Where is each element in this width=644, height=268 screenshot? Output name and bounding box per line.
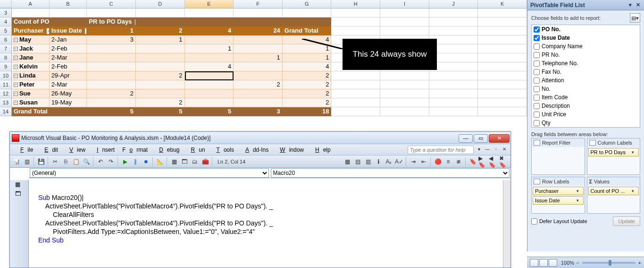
cell[interactable]: 2 — [283, 80, 332, 89]
cell[interactable] — [331, 80, 380, 89]
cell[interactable] — [234, 89, 283, 98]
bookmark-icon[interactable]: 🔖 — [468, 157, 477, 166]
field-checkbox[interactable] — [534, 78, 540, 84]
cell[interactable] — [87, 53, 136, 62]
cell[interactable] — [331, 71, 380, 80]
zoom-in-icon[interactable]: + — [638, 260, 641, 266]
cell[interactable] — [234, 35, 283, 44]
cell[interactable] — [283, 9, 332, 17]
cell[interactable]: 2-Feb — [50, 62, 87, 71]
vbe-titlebar[interactable]: Microsoft Visual Basic - PO Monitoring &… — [10, 132, 510, 144]
row-header[interactable]: 8 — [0, 53, 12, 62]
properties-icon[interactable]: 🗔 — [180, 157, 189, 166]
field-checkbox[interactable] — [534, 26, 540, 33]
cell[interactable]: 2 — [283, 71, 332, 80]
cell[interactable] — [380, 71, 429, 80]
field-checkbox[interactable] — [534, 86, 540, 92]
help-search-input[interactable] — [408, 146, 474, 154]
cell[interactable]: Purchaser — [12, 26, 50, 35]
cell[interactable] — [429, 17, 478, 26]
reset-icon[interactable]: ■ — [141, 157, 151, 166]
cell[interactable]: 2 — [136, 26, 185, 35]
field-item[interactable]: Telephone No. — [532, 59, 640, 68]
zone-field-chip[interactable]: Count of PO ...▾ — [588, 187, 639, 195]
cell[interactable] — [185, 80, 234, 89]
cell[interactable] — [331, 89, 380, 98]
field-item[interactable]: Attention — [532, 76, 640, 85]
cell[interactable] — [136, 62, 185, 71]
select-all-corner[interactable] — [0, 0, 12, 8]
collapse-icon[interactable]: − — [14, 47, 18, 51]
cell[interactable] — [185, 98, 234, 107]
col-header-f[interactable]: F — [234, 0, 283, 8]
field-item[interactable]: Issue Date — [532, 34, 640, 42]
cell[interactable] — [380, 107, 429, 116]
cell[interactable]: −Sue — [12, 89, 50, 98]
row-header[interactable]: 13 — [0, 98, 12, 107]
vbe-window[interactable]: Microsoft Visual Basic - PO Monitoring &… — [9, 131, 511, 268]
cell[interactable] — [185, 89, 234, 98]
field-item[interactable]: Unit Price — [532, 110, 640, 119]
cell[interactable] — [87, 44, 136, 53]
cell[interactable] — [478, 89, 527, 98]
collapse-icon[interactable]: − — [14, 83, 18, 87]
zone-field-chip[interactable]: Issue Date▾ — [533, 196, 584, 205]
page-layout-view-icon[interactable] — [539, 259, 548, 267]
field-checkbox[interactable] — [534, 112, 540, 118]
edit-tb-icon[interactable]: ▦ — [343, 157, 352, 166]
cell[interactable]: 1 — [234, 53, 283, 62]
col-header-a[interactable]: A — [12, 0, 50, 8]
minimize-button[interactable]: — — [459, 134, 473, 143]
run-icon[interactable]: ▶ — [120, 157, 130, 166]
cell[interactable] — [234, 62, 283, 71]
cell[interactable] — [185, 35, 234, 44]
cell[interactable]: 5 — [136, 107, 185, 116]
mdi-restore-button[interactable]: — — [484, 147, 491, 153]
cell[interactable] — [429, 71, 478, 80]
design-mode-icon[interactable]: 📐 — [155, 157, 165, 166]
col-header-j[interactable]: J — [429, 0, 478, 8]
cell[interactable]: 2 — [234, 80, 283, 89]
cell[interactable]: Count of PO No. — [12, 17, 50, 26]
collapse-icon[interactable]: − — [14, 92, 18, 96]
mdi-close-button[interactable]: ✕ — [501, 147, 508, 153]
cell[interactable]: 19-May — [50, 98, 87, 107]
defer-layout-checkbox[interactable] — [531, 218, 537, 225]
field-checkbox[interactable] — [534, 52, 540, 58]
col-header-c[interactable]: C — [87, 0, 136, 8]
cell[interactable] — [185, 9, 234, 17]
mdi-max-button[interactable]: ▫ — [493, 147, 499, 153]
cell[interactable]: 26-May — [50, 89, 87, 98]
break-icon[interactable]: ∥ — [131, 157, 140, 166]
zone-report-filter[interactable]: Report Filter — [531, 138, 585, 175]
cell[interactable]: 1 — [136, 35, 185, 44]
cell[interactable]: 24 — [234, 26, 283, 35]
cell[interactable] — [478, 62, 527, 71]
cell[interactable]: 4 — [185, 62, 234, 71]
properties-window-icon[interactable]: 🗔 — [15, 190, 24, 199]
object-browser-icon[interactable]: 🗂 — [190, 157, 200, 166]
zone-field-chip[interactable]: PR to PO Days▾ — [588, 148, 639, 156]
cell[interactable] — [87, 62, 136, 71]
cell[interactable]: −Jane — [12, 53, 50, 62]
list-properties-icon[interactable]: ▤ — [353, 157, 362, 166]
cell[interactable]: 18 — [283, 107, 332, 116]
cell[interactable]: −Kelvin — [12, 62, 50, 71]
cell[interactable] — [478, 53, 527, 62]
menu-window[interactable]: Window — [272, 145, 308, 155]
field-checkbox[interactable] — [534, 69, 540, 75]
field-item[interactable]: Qty — [532, 119, 640, 127]
cell[interactable] — [136, 89, 185, 98]
cell[interactable] — [136, 9, 185, 17]
project-window-icon[interactable]: ▦ — [15, 181, 24, 190]
complete-word-icon[interactable]: A✓ — [394, 157, 404, 166]
cell[interactable] — [87, 9, 136, 17]
cell[interactable]: −Linda — [12, 71, 50, 80]
menu-help[interactable]: Help — [308, 145, 335, 155]
paste-icon[interactable]: 📋 — [71, 157, 81, 166]
cell[interactable] — [478, 17, 527, 26]
cell[interactable] — [87, 71, 136, 80]
zoom-slider[interactable] — [582, 262, 636, 264]
grid[interactable]: 34Count of PO No.PR to PO Days 5Purchase… — [0, 9, 527, 116]
row-header[interactable]: 6 — [0, 35, 12, 44]
